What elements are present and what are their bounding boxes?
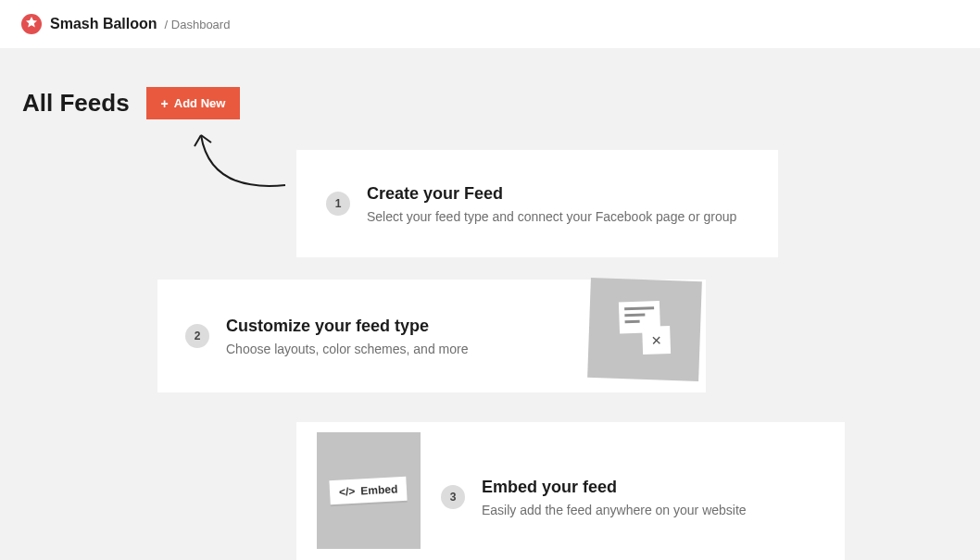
plus-icon: +	[161, 97, 169, 110]
top-bar: Smash Balloon / Dashboard	[0, 0, 980, 48]
step-title: Create your Feed	[367, 184, 736, 204]
main-area: All Feeds + Add New 1 Create your Feed S…	[0, 48, 980, 560]
add-new-label: Add New	[174, 96, 226, 110]
step-number-badge: 1	[326, 192, 350, 216]
step-subtitle: Easily add the feed anywhere on your web…	[482, 503, 747, 517]
customize-mock-illustration: ✕	[587, 278, 702, 381]
page-title: All Feeds	[22, 89, 130, 118]
step-card-embed: </> Embed 3 Embed your feed Easily add t…	[296, 422, 845, 560]
step-card-customize: 2 Customize your feed type Choose layout…	[157, 280, 706, 392]
step-number-badge: 2	[185, 324, 209, 348]
step-title: Customize your feed type	[226, 317, 468, 336]
step-subtitle: Select your feed type and connect your F…	[367, 209, 736, 224]
embed-mock-label: </> Embed	[330, 477, 408, 504]
arrow-icon	[185, 130, 296, 204]
add-new-button[interactable]: + Add New	[146, 87, 241, 119]
breadcrumb: / Dashboard	[165, 18, 231, 31]
heading-row: All Feeds + Add New	[22, 87, 980, 119]
step-number-badge: 3	[441, 485, 465, 509]
smash-balloon-icon	[20, 13, 43, 35]
step-subtitle: Choose layouts, color schemes, and more	[226, 342, 468, 356]
brand-name: Smash Balloon	[50, 16, 157, 32]
brand-logo: Smash Balloon	[20, 13, 157, 35]
code-icon: </>	[339, 485, 356, 499]
embed-mock-illustration: </> Embed	[317, 432, 421, 549]
step-title: Embed your feed	[482, 478, 747, 497]
step-card-create: 1 Create your Feed Select your feed type…	[296, 150, 778, 257]
tools-icon: ✕	[642, 326, 671, 355]
embed-mock-text: Embed	[360, 482, 398, 497]
